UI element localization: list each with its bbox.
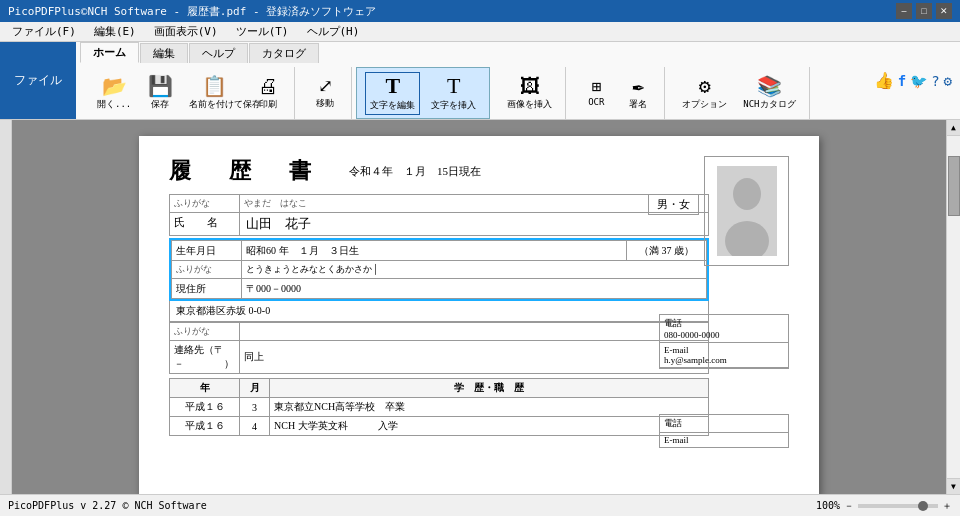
zoom-slider[interactable]: [858, 504, 938, 508]
catalog-button[interactable]: 📚 NCHカタログ: [738, 73, 800, 114]
menu-help[interactable]: ヘルプ(H): [299, 23, 368, 40]
close-button[interactable]: ✕: [936, 3, 952, 19]
tool-group-image: 🖼 画像を挿入: [494, 67, 566, 119]
birthdate-label: 生年月日: [172, 241, 242, 261]
furigana-value-1: やまだ はなこ: [240, 195, 709, 213]
phone-value: 080-0000-0000: [664, 330, 720, 340]
scroll-track: [947, 136, 960, 478]
tab-catalog[interactable]: カタログ: [249, 43, 319, 63]
save-button[interactable]: 💾 保存: [142, 73, 178, 114]
furigana-row-1: ふりがな やまだ はなこ: [170, 195, 709, 213]
name-value: 山田 花子: [240, 213, 709, 236]
email-row: E-mail h.y@sample.com: [660, 343, 788, 368]
birthdate-age: （満 37 歳）: [627, 241, 707, 261]
print-button[interactable]: 🖨 印刷: [250, 73, 286, 114]
options-label: オプション: [682, 98, 727, 111]
move-icon: ⤢: [318, 77, 333, 95]
file-button[interactable]: ファイル: [0, 42, 76, 119]
tool-group-ocr: ⊞ OCR ✒ 署名: [570, 67, 665, 119]
scroll-thumb[interactable]: [948, 156, 960, 216]
phone2-label: 電話: [664, 418, 682, 428]
edit-text-button[interactable]: T 文字を編集: [365, 72, 420, 115]
contact-furigana-row: ふりがな: [170, 323, 709, 341]
save-label: 保存: [151, 98, 169, 111]
contact-table: ふりがな 連絡先（〒 － ） 同上: [169, 322, 709, 374]
scrollbar-vertical[interactable]: ▲ ▼: [946, 120, 960, 494]
contact-same: 同上: [240, 341, 709, 374]
catalog-icon: 📚: [757, 76, 782, 96]
zoom-minus-button[interactable]: －: [844, 499, 854, 513]
ribbon-right-icons: 👍 f 🐦 ? ⚙: [866, 42, 960, 119]
help-icon[interactable]: ?: [931, 73, 939, 89]
minimize-button[interactable]: –: [896, 3, 912, 19]
email2-row: E-mail: [660, 433, 788, 447]
title-bar: PicoPDFPlus©NCH Software - 履歴書.pdf - 登録済…: [0, 0, 960, 22]
contact-info: 電話 080-0000-0000 E-mail h.y@sample.com: [659, 314, 789, 369]
furigana-row-2: ふりがな とうきょうとみなとくあかさか│: [172, 261, 707, 279]
tab-home[interactable]: ホーム: [80, 42, 139, 63]
gender-label: 男・女: [648, 194, 699, 215]
scroll-up-button[interactable]: ▲: [947, 120, 960, 136]
contact-row: 連絡先（〒 － ） 同上: [170, 341, 709, 374]
social-icon-tw[interactable]: 🐦: [910, 73, 927, 89]
move-label: 移動: [316, 97, 334, 110]
menu-view[interactable]: 画面表示(V): [146, 23, 226, 40]
save-icon: 💾: [148, 76, 173, 96]
name-label: 氏 名: [170, 213, 240, 236]
zoom-label: 100%: [816, 500, 840, 511]
social-icon-thumb[interactable]: 👍: [874, 71, 894, 90]
birthdate-row: 生年月日 昭和60 年 １月 ３日生 （満 37 歳）: [172, 241, 707, 261]
insert-image-icon: 🖼: [520, 76, 540, 96]
phone-row: 電話 080-0000-0000: [660, 315, 788, 343]
insert-text-button[interactable]: T 文字を挿入: [426, 72, 481, 115]
document-date: 令和４年 １月 15日現在: [349, 164, 481, 179]
insert-text-label: 文字を挿入: [431, 99, 476, 112]
open-label: 開く...: [97, 98, 131, 111]
menu-file[interactable]: ファイル(F): [4, 23, 84, 40]
ribbon-tabs: ホーム 編集 ヘルプ カタログ 📂 開く... 💾 保存 📋 名前を付けて保存: [76, 42, 866, 119]
sidebar-left: [0, 120, 12, 494]
doc-header: 履 歴 書 令和４年 １月 15日現在: [169, 156, 789, 186]
sign-button[interactable]: ✒ 署名: [620, 73, 656, 114]
phone-label: 電話: [664, 318, 682, 328]
settings-icon[interactable]: ⚙: [944, 73, 952, 89]
year-header: 年: [170, 379, 240, 398]
menu-edit[interactable]: 編集(E): [86, 23, 144, 40]
open-button[interactable]: 📂 開く...: [92, 73, 136, 114]
save-as-button[interactable]: 📋 名前を付けて保存: [184, 73, 244, 114]
zoom-controls: 100% － ＋: [816, 499, 952, 513]
address-full: 東京都港区赤坂 0-0-0: [169, 301, 709, 322]
highlighted-section: 生年月日 昭和60 年 １月 ３日生 （満 37 歳） ふりがな とうきょうとみ…: [169, 238, 709, 301]
document-area[interactable]: 履 歴 書 令和４年 １月 15日現在 ふりがな やまだ はなこ 氏 名 山田 …: [12, 120, 946, 494]
contact-label: 連絡先（〒 － ）: [170, 341, 240, 374]
zoom-plus-button[interactable]: ＋: [942, 499, 952, 513]
history-month-2: 4: [240, 417, 270, 436]
edit-text-icon: T: [385, 75, 400, 97]
history-event-1: 東京都立NCH高等学校 卒業: [270, 398, 709, 417]
tab-edit[interactable]: 編集: [140, 43, 188, 63]
print-icon: 🖨: [258, 76, 278, 96]
insert-image-label: 画像を挿入: [507, 98, 552, 111]
social-icon-fb[interactable]: f: [898, 73, 906, 89]
svg-point-1: [733, 178, 761, 210]
move-button[interactable]: ⤢ 移動: [307, 74, 343, 113]
tab-help[interactable]: ヘルプ: [189, 43, 248, 63]
menu-tools[interactable]: ツール(T): [228, 23, 297, 40]
options-button[interactable]: ⚙ オプション: [677, 73, 732, 114]
insert-image-button[interactable]: 🖼 画像を挿入: [502, 73, 557, 114]
tab-bar: ホーム 編集 ヘルプ カタログ: [76, 42, 866, 63]
document-title: 履 歴 書: [169, 156, 319, 186]
scroll-down-button[interactable]: ▼: [947, 478, 960, 494]
status-text: PicoPDFPlus v 2.27 © NCH Software: [8, 500, 207, 511]
furigana-value-3: [240, 323, 709, 341]
save-as-label: 名前を付けて保存: [189, 98, 239, 111]
tool-group-file: 📂 開く... 💾 保存 📋 名前を付けて保存 🖨 印刷: [84, 67, 295, 119]
zoom-thumb[interactable]: [918, 501, 928, 511]
address-row: 現住所 〒000－0000: [172, 279, 707, 299]
maximize-button[interactable]: □: [916, 3, 932, 19]
tool-group-text: T 文字を編集 T 文字を挿入: [356, 67, 490, 119]
ocr-button[interactable]: ⊞ OCR: [578, 76, 614, 110]
address-label: 現住所: [172, 279, 242, 299]
email-value: h.y@sample.com: [664, 355, 727, 365]
form-table: ふりがな やまだ はなこ 氏 名 山田 花子: [169, 194, 709, 236]
